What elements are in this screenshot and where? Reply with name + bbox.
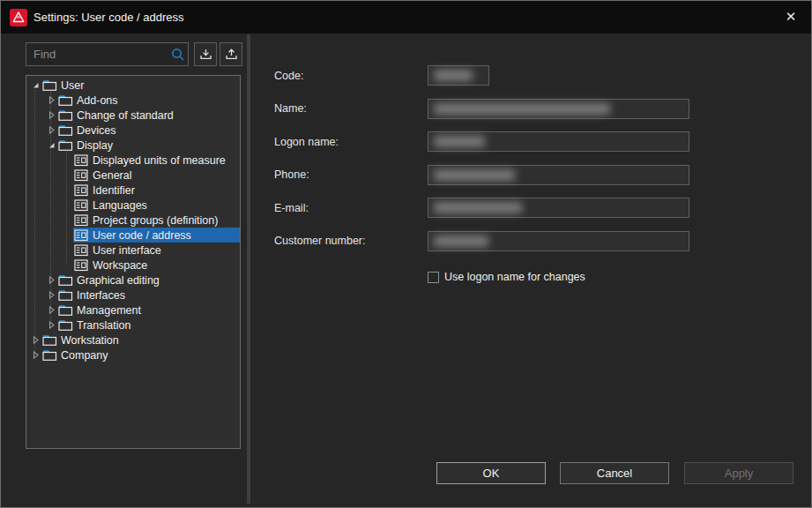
tree-item-label: Workstation [61,334,119,347]
logon-name-field[interactable] [428,131,689,152]
folder-icon [58,124,73,137]
code-field[interactable] [428,65,489,86]
settings-page-icon [74,199,89,212]
tree-item-display[interactable]: Display [26,138,240,153]
settings-dialog: Settings: User code / address ✕ UserAdd-… [0,0,812,508]
expand-arrow-icon[interactable] [46,94,57,106]
expand-arrow-icon[interactable] [46,274,57,286]
ok-button[interactable]: OK [436,462,546,484]
field-label: Code: [274,70,428,82]
settings-tree-panel: UserAdd-onsChange of standardDevicesDisp… [26,75,241,449]
apply-button[interactable]: Apply [684,462,793,484]
form-row-code: Code: [274,65,689,86]
customer-number-field[interactable] [428,231,689,251]
tree-item-identifier[interactable]: Identifier [26,183,240,198]
tree-item-user-interface[interactable]: User interface [26,243,240,258]
tree-item-label: Languages [93,199,147,212]
expand-arrow-icon[interactable] [46,109,57,121]
tree-item-add-ons[interactable]: Add-ons [26,93,240,108]
settings-page-icon [74,244,89,257]
tree-item-project-groups-definition[interactable]: Project groups (definition) [26,213,240,228]
settings-page-icon [74,169,89,182]
tree-item-label: Display [77,139,113,152]
tree-item-content: Interfaces [57,288,240,303]
expand-arrow-icon[interactable] [46,289,57,301]
redacted-value [434,235,488,247]
tree-item-label: Interfaces [77,289,125,302]
tree-item-label: Management [77,304,141,317]
tree-item-label: Project groups (definition) [93,214,218,227]
phone-field[interactable] [428,165,689,185]
cancel-button[interactable]: Cancel [560,462,669,484]
tree-item-languages[interactable]: Languages [26,198,240,213]
name-field[interactable] [428,99,689,119]
e-mail-field[interactable] [428,198,689,218]
folder-icon [58,274,73,287]
redacted-value [434,70,473,81]
checkbox-box-icon[interactable] [428,272,439,283]
pane-splitter[interactable] [247,34,250,504]
settings-page-icon [74,214,89,227]
expander-spacer [62,169,73,181]
folder-icon [42,349,57,362]
collapse-arrow-icon[interactable] [46,139,57,151]
expand-arrow-icon[interactable] [46,124,57,136]
redacted-value [434,103,610,115]
tree-item-devices[interactable]: Devices [26,123,240,138]
folder-icon [58,319,73,332]
tree-item-content: General [73,168,240,183]
tree-item-content: Languages [73,198,240,213]
tree-item-displayed-units-of-measure[interactable]: Displayed units of measure [26,153,240,168]
close-icon[interactable]: ✕ [778,4,804,29]
import-settings-button[interactable] [194,42,217,66]
tree-item-interfaces[interactable]: Interfaces [26,288,240,303]
tree-item-content: Identifier [73,183,240,198]
tree-item-content: User interface [73,243,240,258]
tree-item-user[interactable]: User [26,78,240,93]
expand-arrow-icon[interactable] [46,304,57,316]
tree-item-label: Displayed units of measure [93,154,226,167]
folder-icon [58,94,73,107]
expander-spacer [62,214,73,226]
tree-item-content: Management [57,303,240,318]
settings-page-icon [74,229,89,242]
tree-item-workstation[interactable]: Workstation [26,332,240,347]
expand-arrow-icon[interactable] [46,319,57,331]
folder-icon [58,289,73,302]
tree-item-label: Identifier [93,184,135,197]
tree-item-content: Display [57,138,240,153]
tree-item-label: User code / address [93,229,191,242]
redacted-value [434,202,522,213]
collapse-arrow-icon[interactable] [30,79,41,91]
tree-item-management[interactable]: Management [26,303,240,318]
tree-item-change-of-standard[interactable]: Change of standard [26,108,240,123]
window-title: Settings: User code / address [34,11,184,24]
search-input[interactable] [26,42,189,66]
expander-spacer [62,199,73,211]
tree-item-content: Change of standard [57,108,240,123]
tree-item-user-code-address[interactable]: User code / address [26,228,240,243]
expand-arrow-icon[interactable] [30,334,41,346]
export-settings-button[interactable] [220,42,242,66]
tree-item-label: General [93,169,131,182]
folder-icon [58,304,73,317]
tree-item-content: User code / address [73,228,240,243]
folder-icon [58,139,73,152]
form-row-customer-number: Customer number: [274,231,689,251]
form-row-phone: Phone: [274,165,689,185]
expander-spacer [62,244,73,256]
folder-icon [42,334,57,347]
expander-spacer [62,184,73,196]
redacted-value [434,169,515,181]
expand-arrow-icon[interactable] [30,349,41,361]
tree-item-general[interactable]: General [26,168,240,183]
settings-tree: UserAdd-onsChange of standardDevicesDisp… [26,76,240,362]
tree-item-company[interactable]: Company [26,347,240,362]
tree-item-workspace[interactable]: Workspace [26,258,240,273]
tree-item-graphical-editing[interactable]: Graphical editing [26,273,240,288]
use-logon-name-checkbox[interactable]: Use logon name for changes [428,271,585,283]
settings-page-icon [74,184,89,197]
tree-item-translation[interactable]: Translation [26,318,240,332]
redacted-value [434,136,485,147]
field-label: E-mail: [274,202,428,214]
